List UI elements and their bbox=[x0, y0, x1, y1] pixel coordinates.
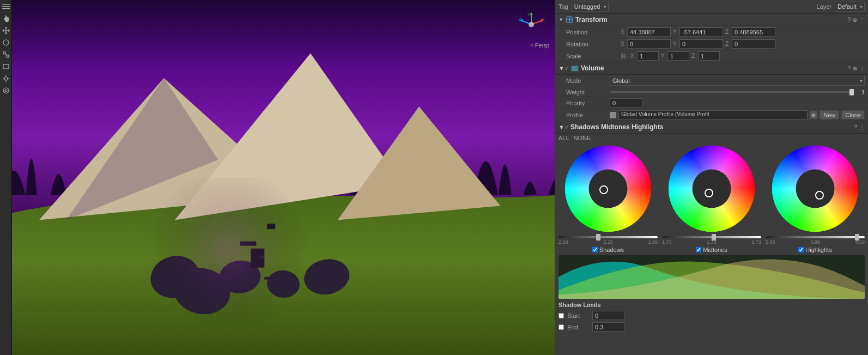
mode-dropdown-wrap[interactable]: Global Local bbox=[610, 76, 865, 86]
shadows-slider-row bbox=[559, 236, 658, 238]
scale-z-input[interactable] bbox=[698, 51, 720, 61]
svg-point-10 bbox=[4, 77, 8, 80]
volume-more-icon[interactable]: ⋮ bbox=[859, 65, 865, 71]
midtones-checkbox-row: Midtones bbox=[696, 246, 727, 253]
highlights-labels: 5.00 3.99 4.58 bbox=[766, 239, 865, 245]
toolbar bbox=[0, 0, 12, 355]
rot-y-input[interactable] bbox=[679, 39, 723, 49]
shadow-limits-end-input[interactable] bbox=[592, 322, 625, 332]
svg-text:X: X bbox=[542, 17, 545, 21]
layer-dropdown-wrap[interactable]: Default bbox=[835, 2, 865, 11]
volume-settings-icon[interactable]: ⊕ bbox=[853, 65, 857, 71]
pos-z-input[interactable] bbox=[732, 27, 775, 37]
shadow-limits-start-checkbox[interactable] bbox=[559, 313, 564, 318]
transform-icon bbox=[566, 16, 573, 23]
rot-x-input[interactable] bbox=[627, 39, 671, 49]
profile-row: Profile Global Volume Profile (Volume Pr… bbox=[555, 109, 868, 121]
volume-header: ▼ ✓ Volume ? ⊕ ⋮ bbox=[555, 62, 868, 75]
position-values: X Y Z bbox=[621, 27, 865, 37]
volume-title: Volume bbox=[581, 64, 848, 72]
pos-y: Y bbox=[673, 27, 723, 37]
midtones-wheel[interactable] bbox=[667, 145, 756, 234]
volume-icon bbox=[571, 64, 579, 72]
midtones-val-3: 1.73 bbox=[751, 239, 761, 245]
rot-x-label: X bbox=[621, 41, 626, 47]
svg-text:Y: Y bbox=[527, 13, 530, 16]
volume-check-icon[interactable]: ✓ bbox=[564, 65, 569, 72]
scale-x-input[interactable] bbox=[637, 51, 659, 61]
transform-help-icon[interactable]: ? bbox=[847, 17, 851, 23]
highlights-wheel[interactable] bbox=[771, 145, 859, 234]
pos-y-input[interactable] bbox=[679, 27, 723, 37]
midtones-slider[interactable] bbox=[662, 236, 761, 238]
rot-z-input[interactable] bbox=[732, 39, 775, 49]
profile-new-btn[interactable]: New bbox=[820, 110, 839, 119]
pos-x-input[interactable] bbox=[627, 27, 671, 37]
highlights-slider[interactable] bbox=[766, 236, 865, 238]
scale-link-icon[interactable]: ⛓ bbox=[621, 53, 626, 59]
smh-help-icon[interactable]: ? bbox=[854, 124, 857, 130]
svg-point-15 bbox=[3, 88, 9, 93]
scale-tool-btn[interactable] bbox=[1, 49, 11, 60]
svg-rect-9 bbox=[3, 64, 9, 69]
midtones-checkbox[interactable] bbox=[696, 247, 701, 252]
mode-dropdown[interactable]: Global Local bbox=[610, 76, 865, 86]
scale-label: Scale bbox=[566, 53, 621, 59]
highlights-checkbox-row: Highlights bbox=[798, 246, 831, 253]
hand-tool-btn[interactable] bbox=[1, 13, 11, 24]
transform-header: ▼ Transform ? ⊕ ⋮ bbox=[555, 14, 868, 26]
shadows-slider[interactable] bbox=[559, 236, 658, 238]
rect-tool-btn[interactable] bbox=[1, 61, 11, 72]
highlights-slider-row bbox=[766, 236, 865, 238]
shadows-wheel[interactable] bbox=[564, 145, 652, 234]
weight-label: Weight bbox=[566, 89, 610, 95]
smh-more-icon[interactable]: ⋮ bbox=[859, 124, 865, 130]
transform-settings-icon[interactable]: ⊕ bbox=[853, 17, 857, 23]
layer-dropdown[interactable]: Default bbox=[835, 2, 865, 11]
highlights-val-1: 5.00 bbox=[766, 239, 775, 245]
profile-clone-btn[interactable]: Clone bbox=[841, 110, 865, 119]
scene-gizmo[interactable]: Y X Z bbox=[517, 10, 547, 40]
scene-view[interactable]: Y X Z < Persp bbox=[12, 0, 555, 355]
svg-rect-0 bbox=[2, 4, 10, 5]
transform-tool-btn[interactable] bbox=[1, 73, 11, 84]
profile-select-btn[interactable]: ◉ bbox=[810, 111, 817, 119]
scale-x-label: X bbox=[630, 53, 636, 59]
tag-dropdown[interactable]: Untagged bbox=[572, 2, 609, 11]
rot-y: Y bbox=[673, 39, 723, 49]
mode-label: Mode bbox=[566, 77, 610, 84]
volume-arrow[interactable]: ▼ bbox=[559, 65, 564, 71]
midtones-label: Midtones bbox=[703, 246, 727, 253]
shadows-checkbox[interactable] bbox=[592, 247, 598, 252]
midtones-slider-row bbox=[662, 236, 761, 238]
scene-canvas bbox=[12, 0, 555, 355]
volume-help-icon[interactable]: ? bbox=[847, 65, 851, 71]
weight-slider[interactable] bbox=[610, 91, 852, 93]
rotate-tool-btn[interactable] bbox=[1, 37, 11, 48]
menu-btn[interactable] bbox=[1, 1, 11, 12]
smh-none-btn[interactable]: NONE bbox=[574, 135, 591, 141]
tag-dropdown-wrap[interactable]: Untagged bbox=[572, 2, 609, 11]
transform-actions: ? ⊕ ⋮ bbox=[847, 17, 865, 23]
shadow-limits-end-checkbox[interactable] bbox=[559, 324, 564, 330]
scale-y-input[interactable] bbox=[667, 51, 689, 61]
highlights-checkbox[interactable] bbox=[798, 247, 804, 252]
rot-z-label: Z bbox=[725, 41, 731, 47]
transform-more-icon[interactable]: ⋮ bbox=[859, 17, 865, 23]
shadow-limits-start-input[interactable] bbox=[592, 311, 625, 320]
scale-y-label: Y bbox=[661, 53, 666, 59]
priority-row: Priority bbox=[555, 97, 868, 109]
waveform-section bbox=[559, 255, 865, 299]
custom-tool-btn[interactable] bbox=[1, 85, 11, 96]
svg-point-16 bbox=[5, 89, 7, 92]
smh-arrow[interactable]: ▼ bbox=[559, 124, 564, 130]
priority-input[interactable] bbox=[610, 98, 642, 107]
smh-all-btn[interactable]: ALL bbox=[559, 135, 569, 141]
highlights-val-2: 3.99 bbox=[810, 239, 820, 245]
move-tool-btn[interactable] bbox=[1, 25, 11, 36]
rotation-row: Rotation X Y Z bbox=[555, 38, 868, 50]
pos-y-label: Y bbox=[673, 29, 678, 35]
svg-point-5 bbox=[3, 40, 9, 45]
weight-val: 1 bbox=[854, 89, 865, 95]
transform-arrow[interactable]: ▼ bbox=[559, 17, 563, 22]
